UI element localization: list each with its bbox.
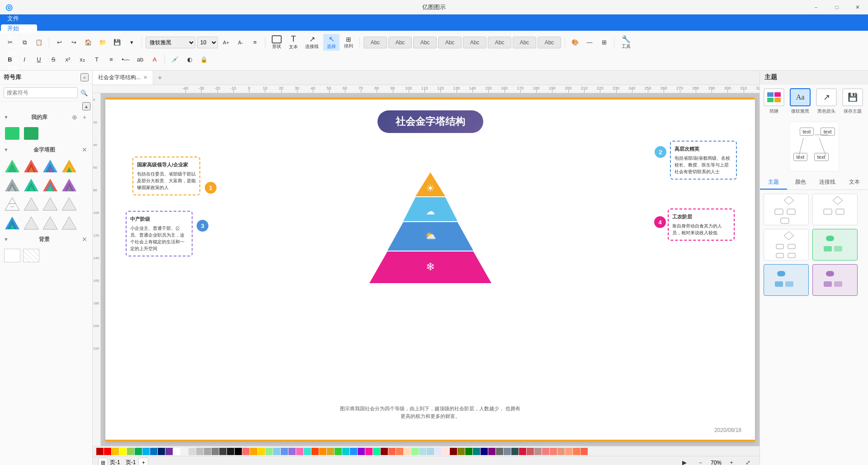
eyedropper-button[interactable]: 💉 (169, 53, 181, 66)
maximize-button[interactable]: □ (826, 0, 847, 14)
pyramid-shape-0[interactable] (4, 157, 21, 175)
theme-option-jianlu[interactable]: 简陋 (764, 88, 784, 114)
zoom-out-button[interactable]: － (694, 456, 707, 465)
shape-green-rect-2[interactable] (23, 125, 40, 142)
page-view-button[interactable]: ⊞ (98, 458, 108, 465)
color-swatch[interactable] (181, 448, 188, 455)
add-library-button[interactable]: + (80, 113, 89, 121)
theme-save-button[interactable]: 💾 保存主题 (842, 88, 863, 114)
color-swatch[interactable] (319, 448, 326, 455)
color-swatch[interactable] (404, 448, 411, 455)
subscript-button[interactable]: x₂ (76, 53, 89, 66)
canvas-wrapper[interactable]: 020406080100120140160180200220 社会金字塔结构 (93, 93, 760, 446)
font-size-select[interactable]: 10 (197, 37, 218, 48)
style-btn-3[interactable]: Abc (438, 37, 462, 48)
add-tab-button[interactable]: + (153, 71, 166, 85)
color-swatch[interactable] (112, 448, 119, 455)
search-button[interactable]: 🔍 (78, 86, 90, 99)
color-swatch[interactable] (135, 448, 142, 455)
text-format-button[interactable]: T (90, 53, 103, 66)
tab-theme[interactable]: 主题 (760, 175, 787, 190)
style-btn-6[interactable]: Abc (513, 37, 536, 48)
color-swatch[interactable] (242, 448, 250, 455)
color-swatch[interactable] (219, 448, 226, 455)
color-swatch[interactable] (450, 448, 457, 455)
annotation-3[interactable]: 中产阶级 小企业主、普通干部、公员、普通企业职员为主，这个社会上有稳定的生活和一… (126, 211, 193, 256)
diagram-title[interactable]: 社会金字塔结构 (377, 110, 483, 133)
color-swatch[interactable] (258, 448, 265, 455)
minimize-button[interactable]: － (806, 0, 826, 14)
pyramid-shape-1[interactable] (23, 157, 40, 175)
pyramid-shape-3[interactable] (61, 157, 78, 175)
pyramid-diagram[interactable]: ☀ ☁ ⛅ ❄ (351, 152, 509, 288)
strikethrough-button[interactable]: S (47, 53, 60, 66)
more-button[interactable]: ▾ (125, 36, 138, 49)
color-swatch[interactable] (311, 448, 319, 455)
flow-preview-4[interactable] (764, 264, 809, 296)
menu-item-开始[interactable]: 开始 (1, 24, 37, 33)
pyramid-extra-3[interactable] (61, 195, 78, 213)
align-button[interactable]: ≡ (249, 36, 261, 49)
font-color-button[interactable]: A (148, 53, 161, 66)
tools-button[interactable]: 🔧 工具 (618, 34, 634, 51)
style-btn-5[interactable]: Abc (488, 37, 511, 48)
color-swatch[interactable] (173, 448, 180, 455)
color-swatch[interactable] (327, 448, 334, 455)
color-swatch[interactable] (204, 448, 211, 455)
menu-item-文件[interactable]: 文件 (0, 14, 38, 23)
color-swatch[interactable] (488, 448, 495, 455)
zoom-in-button[interactable]: + (725, 456, 738, 465)
color-swatch[interactable] (127, 448, 134, 455)
color-swatch[interactable] (388, 448, 396, 455)
style-btn-0[interactable]: Abc (363, 37, 387, 48)
shape-tool[interactable]: 形状 (269, 34, 284, 51)
redo-button[interactable]: ↪ (67, 36, 80, 49)
save-button[interactable]: 💾 (111, 36, 123, 49)
flow-preview-0[interactable] (764, 194, 809, 225)
color-swatch[interactable] (481, 448, 488, 455)
folder-button[interactable]: 📁 (96, 36, 109, 49)
color-swatch[interactable] (281, 448, 288, 455)
crop-button[interactable]: ⊞ (598, 36, 610, 49)
color-swatch[interactable] (458, 448, 465, 455)
color-swatch[interactable] (119, 448, 127, 455)
color-swatch[interactable] (227, 448, 234, 455)
select-tool[interactable]: ↖ 选择 (323, 34, 340, 51)
color-swatch[interactable] (212, 448, 219, 455)
pyramid-section-header[interactable]: ▼ 金字塔图 ✕ (0, 144, 92, 156)
pyramid-extra-0[interactable] (4, 195, 21, 213)
search-input[interactable] (4, 87, 78, 98)
color-swatch[interactable] (573, 448, 580, 455)
bold-button[interactable]: B (4, 53, 16, 66)
annotation-1[interactable]: 国家高级领导人/企业家 包括在任委员、省部级干部以及部分大权贵、大富商，是能够国… (132, 157, 200, 195)
color-swatch[interactable] (527, 448, 534, 455)
color-swatch[interactable] (396, 448, 403, 455)
bg-crosshatch[interactable] (23, 247, 40, 264)
lock-button[interactable]: 🔒 (198, 53, 210, 66)
color-swatch[interactable] (235, 448, 242, 455)
list-button[interactable]: ≡ (105, 53, 118, 66)
color-swatch[interactable] (427, 448, 434, 455)
my-library-section-header[interactable]: ▼ 我的库 ⊕ + (0, 111, 92, 123)
shrink-font-button[interactable]: A- (234, 36, 247, 49)
theme-option-microsoft[interactable]: Aa 微软雅黑 (790, 88, 811, 114)
import-library-button[interactable]: ⊕ (71, 113, 79, 121)
play-button[interactable]: ▶ (678, 456, 691, 465)
color-swatch[interactable] (534, 448, 542, 455)
color-swatch[interactable] (96, 448, 104, 455)
home-button[interactable]: 🏠 (82, 36, 94, 49)
cut-button[interactable]: ✂ (4, 36, 16, 49)
ab-button[interactable]: ab (134, 53, 146, 66)
underline-button[interactable]: U (33, 53, 45, 66)
shape-fill-button[interactable]: ◐ (183, 53, 196, 66)
fit-page-button[interactable]: ⤢ (741, 456, 754, 465)
grow-font-button[interactable]: A+ (220, 36, 232, 49)
copy-button[interactable]: ⧉ (18, 36, 31, 49)
paste-button[interactable]: 📋 (33, 36, 45, 49)
color-swatch[interactable] (465, 448, 472, 455)
fill-color-button[interactable]: 🎨 (569, 36, 581, 49)
color-swatch[interactable] (365, 448, 373, 455)
shape-green-rect[interactable] (4, 125, 21, 142)
color-swatch[interactable] (350, 448, 357, 455)
color-swatch[interactable] (296, 448, 303, 455)
